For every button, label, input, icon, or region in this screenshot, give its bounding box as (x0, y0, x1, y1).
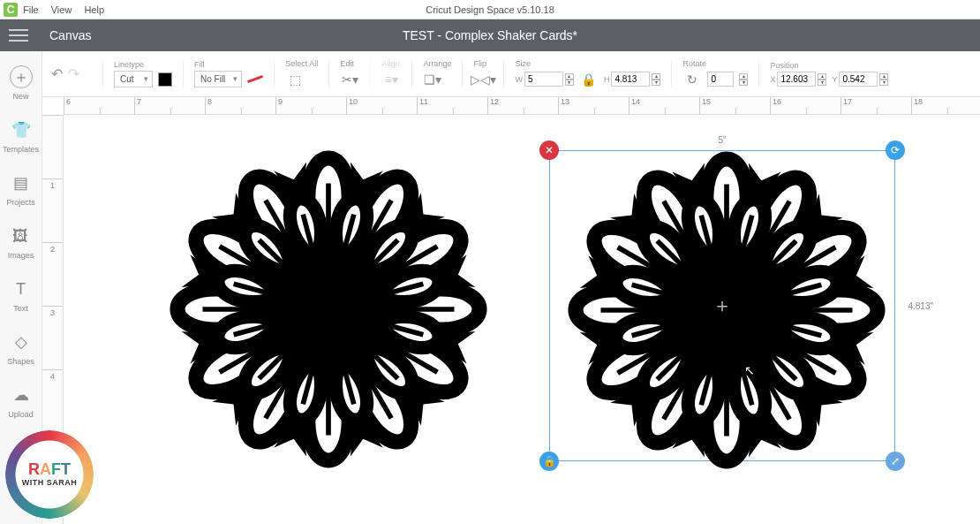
rotate-handle[interactable]: ⟳ (886, 140, 905, 160)
rotate-up[interactable]: ▴ (739, 73, 748, 80)
arrange-button[interactable]: ❏▾ (423, 70, 442, 89)
edit-toolbar: ↶ ↷ Linetype Cut Fill No Fill Select All… (42, 51, 980, 97)
hamburger-icon[interactable] (9, 26, 32, 45)
projects-icon: ▤ (9, 171, 32, 194)
selection-height-label: 4.813" (908, 301, 933, 311)
nofill-icon (247, 75, 263, 83)
watermark-badge: RAFT WITH SARAH (5, 430, 94, 519)
app-logo: C (4, 3, 18, 17)
size-h-dn[interactable]: ▾ (652, 80, 660, 86)
align-button[interactable]: ≡▾ (381, 70, 401, 89)
pos-y-dn[interactable]: ▾ (879, 80, 888, 86)
app-title: Cricut Design Space v5.10.18 (426, 4, 554, 15)
pos-x-up[interactable]: ▴ (818, 73, 826, 80)
size-h-input[interactable] (611, 72, 650, 87)
canvas-label: Canvas (49, 28, 91, 42)
linetype-select[interactable]: Cut (114, 71, 153, 87)
lock-aspect-icon[interactable]: 🔒 (579, 70, 599, 89)
shapes-icon: ◇ (10, 330, 33, 353)
flower-shape-2[interactable] (550, 142, 903, 478)
size-w-dn[interactable]: ▾ (565, 80, 574, 86)
rotate-input[interactable] (707, 72, 734, 87)
sidebar-upload[interactable]: ☁Upload (8, 384, 34, 419)
menu-view[interactable]: View (51, 4, 72, 15)
menu-help[interactable]: Help (84, 4, 104, 15)
undo-button[interactable]: ↶ (51, 65, 63, 82)
selection-box[interactable]: 5" 4.813" ✕ ⟳ 🔒 ⤢ ＋ ↖ (549, 150, 895, 461)
rotate-icon[interactable]: ↻ (682, 70, 702, 89)
plus-icon: ＋ (10, 65, 33, 88)
fill-select[interactable]: No Fill (194, 71, 242, 87)
sidebar-new[interactable]: ＋New (10, 65, 33, 101)
sidebar-templates[interactable]: 👕Templates (3, 118, 39, 154)
pos-x-input[interactable] (777, 72, 816, 87)
horizontal-ruler: 6789101112131415161718 (64, 97, 980, 115)
edit-button[interactable]: ✂▾ (340, 70, 359, 89)
sidebar-images[interactable]: 🖼Images (8, 224, 34, 260)
delete-handle[interactable]: ✕ (539, 140, 559, 160)
sidebar-shapes[interactable]: ◇Shapes (7, 330, 34, 366)
image-icon: 🖼 (9, 224, 32, 247)
selectall-button[interactable]: ⬚ (285, 70, 305, 89)
size-w-input[interactable] (524, 72, 563, 87)
linetype-seg: Linetype Cut (102, 60, 172, 87)
project-title: TEST - Complex Shaker Cards* (403, 28, 577, 42)
sidebar-projects[interactable]: ▤Projects (6, 171, 35, 207)
pos-y-input[interactable] (839, 72, 878, 87)
sidebar-text[interactable]: TText (10, 277, 33, 313)
linetype-color[interactable] (158, 72, 172, 87)
lock-handle[interactable]: 🔒 (539, 452, 559, 471)
header: Canvas TEST - Complex Shaker Cards* (0, 19, 980, 51)
fill-seg: Fill No Fill (183, 60, 263, 87)
flip-button[interactable]: ▷◁▾ (473, 70, 493, 89)
canvas-area[interactable]: 5" 4.813" ✕ ⟳ 🔒 ⤢ ＋ ↖ (64, 115, 980, 524)
scale-handle[interactable]: ⤢ (886, 452, 905, 471)
size-h-up[interactable]: ▴ (652, 73, 660, 80)
menu-file[interactable]: File (23, 4, 39, 15)
pos-y-up[interactable]: ▴ (879, 73, 888, 80)
text-icon: T (10, 277, 33, 300)
pos-x-dn[interactable]: ▾ (818, 80, 826, 86)
menubar: C File View Help Cricut Design Space v5.… (0, 0, 980, 19)
size-w-up[interactable]: ▴ (565, 73, 574, 80)
rotate-dn[interactable]: ▾ (739, 80, 748, 86)
selection-width-label: 5" (718, 135, 726, 145)
flower-shape-1[interactable] (152, 141, 505, 477)
redo-button[interactable]: ↷ (68, 65, 79, 82)
shirt-icon: 👕 (10, 118, 33, 141)
upload-icon: ☁ (10, 384, 33, 406)
